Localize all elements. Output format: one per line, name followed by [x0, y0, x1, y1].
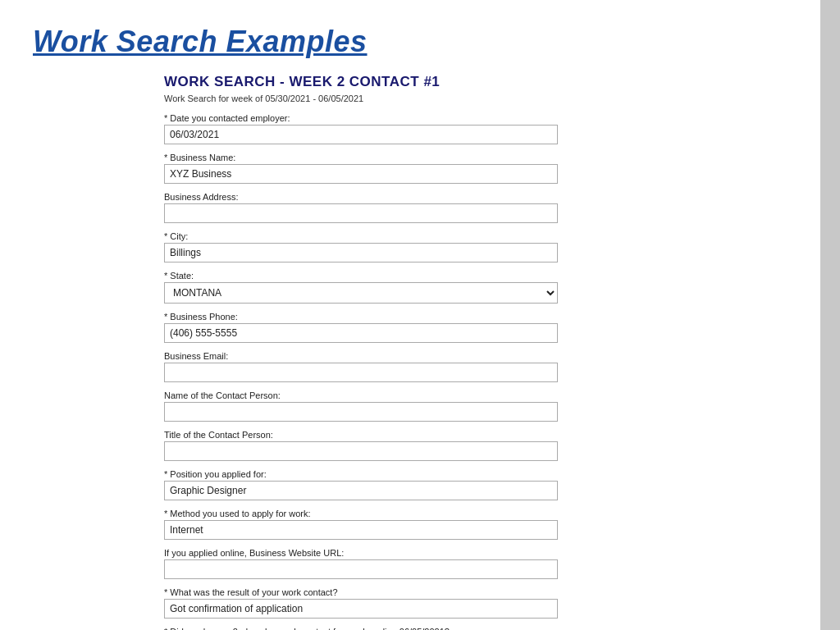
city-input[interactable]: [164, 243, 558, 262]
page-title: Work Search Examples: [33, 25, 788, 59]
contact-name-input[interactable]: [164, 402, 558, 422]
business-phone-input[interactable]: [164, 323, 558, 343]
contact-name-group: Name of the Contact Person:: [164, 390, 558, 422]
business-email-input[interactable]: [164, 363, 558, 382]
website-group: If you applied online, Business Website …: [164, 548, 558, 579]
business-phone-group: * Business Phone:: [164, 312, 558, 343]
business-name-group: * Business Name:: [164, 153, 558, 184]
position-input[interactable]: [164, 481, 558, 500]
state-select[interactable]: MONTANA ALABAMA ALASKA ARIZONA: [164, 282, 558, 304]
position-label: * Position you applied for:: [164, 469, 558, 479]
state-group: * State: MONTANA ALABAMA ALASKA ARIZONA: [164, 271, 558, 304]
date-group: * Date you contacted employer:: [164, 113, 558, 144]
form-heading: WORK SEARCH - WEEK 2 CONTACT #1: [164, 74, 558, 90]
business-address-group: Business Address:: [164, 192, 558, 223]
city-group: * City:: [164, 231, 558, 262]
contact-title-label: Title of the Contact Person:: [164, 430, 558, 440]
business-name-label: * Business Name:: [164, 153, 558, 162]
website-label: If you applied online, Business Website …: [164, 548, 558, 558]
second-contact-label: * Did you have a 2nd work search contact…: [164, 627, 558, 630]
state-label: * State:: [164, 271, 558, 281]
contact-title-group: Title of the Contact Person:: [164, 430, 558, 461]
position-group: * Position you applied for:: [164, 469, 558, 500]
date-input[interactable]: [164, 125, 558, 144]
result-input[interactable]: [164, 599, 558, 619]
business-email-label: Business Email:: [164, 351, 558, 361]
business-phone-label: * Business Phone:: [164, 312, 558, 322]
second-contact-group: * Did you have a 2nd work search contact…: [164, 627, 558, 630]
result-group: * What was the result of your work conta…: [164, 587, 558, 619]
method-group: * Method you used to apply for work:: [164, 509, 558, 540]
date-label: * Date you contacted employer:: [164, 113, 558, 123]
contact-name-label: Name of the Contact Person:: [164, 390, 558, 400]
website-input[interactable]: [164, 559, 558, 579]
form-container: WORK SEARCH - WEEK 2 CONTACT #1 Work Sea…: [164, 74, 558, 630]
business-address-input[interactable]: [164, 203, 558, 223]
scrollbar[interactable]: [820, 0, 840, 630]
form-subheading: Work Search for week of 05/30/2021 - 06/…: [164, 94, 558, 103]
contact-title-input[interactable]: [164, 441, 558, 461]
business-address-label: Business Address:: [164, 192, 558, 202]
business-name-input[interactable]: [164, 164, 558, 184]
business-email-group: Business Email:: [164, 351, 558, 382]
method-label: * Method you used to apply for work:: [164, 509, 558, 518]
city-label: * City:: [164, 231, 558, 241]
result-label: * What was the result of your work conta…: [164, 587, 558, 597]
method-input[interactable]: [164, 520, 558, 540]
